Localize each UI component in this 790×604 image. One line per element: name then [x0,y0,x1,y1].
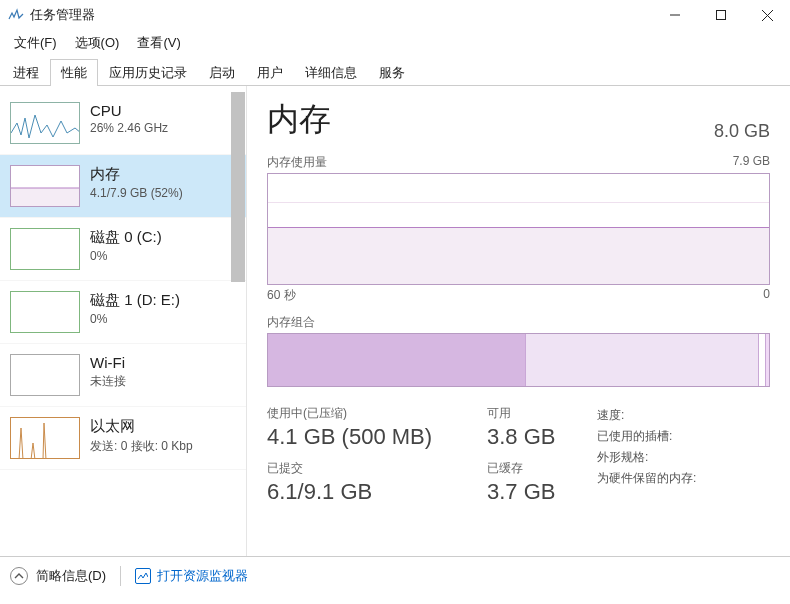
stat-label: 已使用的插槽: [597,428,672,445]
ethernet-thumbnail [10,417,80,459]
sidebar-item-label: 以太网 [90,417,193,436]
sidebar-item-sub: 0% [90,249,162,263]
stat-label: 已提交 [267,460,487,477]
chevron-up-icon [14,571,24,581]
maximize-button[interactable] [698,0,744,30]
link-text: 打开资源监视器 [157,567,248,585]
tab-performance[interactable]: 性能 [50,59,98,86]
title-bar: 任务管理器 [0,0,790,30]
stat-label: 为硬件保留的内存: [597,470,696,487]
collapse-button[interactable] [10,567,28,585]
sidebar-item-label: CPU [90,102,168,119]
disk-thumbnail [10,291,80,333]
resource-monitor-icon [135,568,151,584]
sidebar: CPU26% 2.46 GHz 内存4.1/7.9 GB (52%) 磁盘 0 … [0,86,247,556]
content-area: CPU26% 2.46 GHz 内存4.1/7.9 GB (52%) 磁盘 0 … [0,86,790,556]
composition-header: 内存组合 [267,314,770,331]
sidebar-item-sub: 发送: 0 接收: 0 Kbp [90,438,193,455]
graph-max: 7.9 GB [733,154,770,171]
tab-strip: 进程 性能 应用历史记录 启动 用户 详细信息 服务 [0,58,790,86]
sidebar-item-disk0[interactable]: 磁盘 0 (C:)0% [0,218,246,281]
window-controls [652,0,790,30]
stat-label: 速度: [597,407,624,424]
stat-value: 3.7 GB [487,479,597,505]
close-button[interactable] [744,0,790,30]
tab-app-history[interactable]: 应用历史记录 [98,59,198,86]
graph-header: 内存使用量 [267,154,327,171]
sidebar-item-label: 磁盘 0 (C:) [90,228,162,247]
tab-startup[interactable]: 启动 [198,59,246,86]
graph-x-right: 0 [763,287,770,304]
disk-thumbnail [10,228,80,270]
memory-composition-bar[interactable] [267,333,770,387]
sidebar-item-cpu[interactable]: CPU26% 2.46 GHz [0,92,246,155]
tab-details[interactable]: 详细信息 [294,59,368,86]
svg-rect-4 [11,188,80,207]
menu-view[interactable]: 查看(V) [129,32,188,54]
wifi-thumbnail [10,354,80,396]
stat-label: 外形规格: [597,449,648,466]
stat-value: 4.1 GB (500 MB) [267,424,487,450]
stat-value: 3.8 GB [487,424,597,450]
app-icon [8,7,24,23]
stat-value: 6.1/9.1 GB [267,479,487,505]
capacity-label: 8.0 GB [714,121,770,142]
main-panel: 内存 8.0 GB 内存使用量 7.9 GB 60 秒 0 内存组合 使用中(已… [247,86,790,556]
sidebar-item-disk1[interactable]: 磁盘 1 (D: E:)0% [0,281,246,344]
stat-label: 可用 [487,405,597,422]
brief-info-button[interactable]: 简略信息(D) [36,567,106,585]
sidebar-item-sub: 0% [90,312,180,326]
sidebar-item-label: 内存 [90,165,183,184]
tab-services[interactable]: 服务 [368,59,416,86]
memory-thumbnail [10,165,80,207]
divider [120,566,121,586]
window-title: 任务管理器 [30,6,652,24]
page-title: 内存 [267,98,331,142]
menu-options[interactable]: 选项(O) [67,32,128,54]
sidebar-item-memory[interactable]: 内存4.1/7.9 GB (52%) [0,155,246,218]
sidebar-item-label: Wi-Fi [90,354,126,371]
tab-processes[interactable]: 进程 [2,59,50,86]
sidebar-item-wifi[interactable]: Wi-Fi未连接 [0,344,246,407]
menu-bar: 文件(F) 选项(O) 查看(V) [0,30,790,58]
sidebar-item-sub: 未连接 [90,373,126,390]
stat-label: 使用中(已压缩) [267,405,487,422]
tab-users[interactable]: 用户 [246,59,294,86]
sidebar-item-ethernet[interactable]: 以太网发送: 0 接收: 0 Kbp [0,407,246,470]
sidebar-item-label: 磁盘 1 (D: E:) [90,291,180,310]
sidebar-item-sub: 26% 2.46 GHz [90,121,168,135]
stats-grid: 使用中(已压缩) 4.1 GB (500 MB) 已提交 6.1/9.1 GB … [267,405,770,505]
stat-label: 已缓存 [487,460,597,477]
svg-rect-1 [717,11,726,20]
open-resource-monitor-link[interactable]: 打开资源监视器 [135,567,248,585]
memory-usage-graph[interactable] [267,173,770,285]
sidebar-scrollbar[interactable] [230,86,246,556]
menu-file[interactable]: 文件(F) [6,32,65,54]
footer-bar: 简略信息(D) 打开资源监视器 [0,556,790,594]
minimize-button[interactable] [652,0,698,30]
graph-x-left: 60 秒 [267,287,296,304]
cpu-thumbnail [10,102,80,144]
sidebar-item-sub: 4.1/7.9 GB (52%) [90,186,183,200]
